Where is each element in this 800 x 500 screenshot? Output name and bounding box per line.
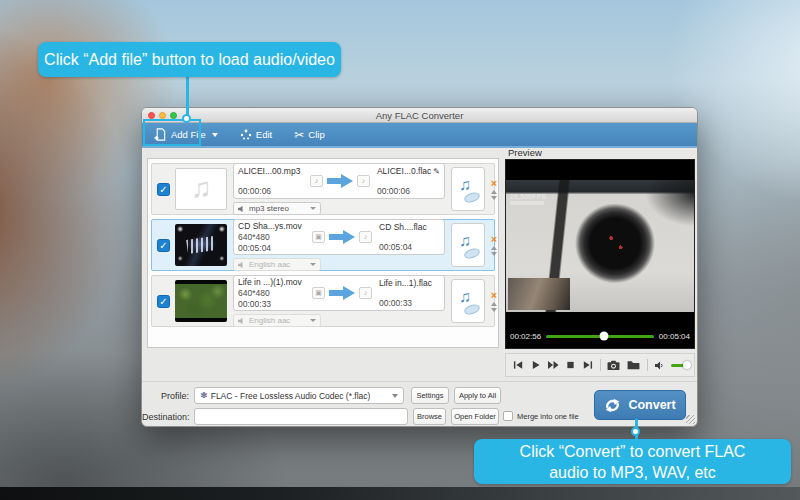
file-thumbnail <box>175 280 227 322</box>
target-file-name: Life in...1).flac <box>379 278 440 288</box>
speaker-icon <box>238 317 246 325</box>
target-file-name: ALICEI...0.flac <box>377 166 431 176</box>
file-checkbox[interactable]: ✓ <box>157 183 170 196</box>
chevron-up-icon[interactable] <box>491 246 497 250</box>
video-inset-picture <box>508 278 570 310</box>
edit-label: Edit <box>256 129 272 140</box>
video-overlay-subtext <box>510 201 544 205</box>
preview-video[interactable]: 28,500FPS 00:02:56 00:05:04 <box>505 159 695 349</box>
callout-connector-line <box>186 77 189 116</box>
source-file-name: CD Sha...ys.mov <box>238 221 312 231</box>
chevron-down-icon <box>310 263 316 266</box>
next-button[interactable] <box>582 360 593 370</box>
callout-anchor-dot <box>631 427 640 436</box>
audio-track-select[interactable]: mp3 stereo <box>233 202 321 215</box>
target-format-icon: ♪ <box>359 287 372 299</box>
chevron-up-icon[interactable] <box>491 190 497 194</box>
callout-anchor-dot <box>182 114 191 123</box>
file-checkbox[interactable]: ✓ <box>157 295 170 308</box>
convert-arrow-icon <box>329 229 355 245</box>
previous-button[interactable] <box>513 360 524 370</box>
music-note-icon: ♫ <box>459 288 471 306</box>
clip-scissors-icon: ✂ <box>294 128 304 142</box>
clip-button[interactable]: ✂ Clip <box>288 123 330 146</box>
file-row[interactable]: ✓ ♫ ALICEI...00.mp3 00:00:06 ♪ ♪ <box>151 163 495 215</box>
open-folder-button[interactable]: Open Folder <box>451 408 499 425</box>
audio-track-select[interactable]: English aac <box>233 258 321 271</box>
fast-forward-button[interactable] <box>547 360 559 370</box>
volume-handle[interactable] <box>683 361 691 369</box>
file-checkbox[interactable]: ✓ <box>157 239 170 252</box>
music-note-icon: ♫ <box>459 176 471 194</box>
rename-pencil-icon[interactable]: ✎ <box>433 167 440 176</box>
remove-file-icon[interactable]: × <box>491 291 497 300</box>
target-duration: 00:05:04 <box>379 242 440 252</box>
row-convert-button[interactable]: ♫ <box>451 167 485 211</box>
destination-label: Destination: <box>142 412 189 422</box>
volume-icon[interactable] <box>655 361 664 370</box>
profile-format-icon: ✻ <box>200 391 207 400</box>
row-convert-button[interactable]: ♫ <box>451 223 485 267</box>
settings-button[interactable]: Settings <box>411 387 449 404</box>
chevron-down-icon[interactable] <box>491 308 497 312</box>
chevron-down-icon[interactable] <box>491 252 497 256</box>
callout-text: Click “Convert” to convert FLAC <box>520 441 746 462</box>
target-duration: 00:00:06 <box>377 186 440 196</box>
profile-select[interactable]: ✻ FLAC - Free Lossless Audio Codec (*.fl… <box>194 387 404 404</box>
titlebar[interactable]: Any FLAC Converter <box>142 108 697 123</box>
snapshot-camera-icon[interactable] <box>607 360 620 371</box>
play-button[interactable] <box>531 360 540 370</box>
apply-to-all-button[interactable]: Apply to All <box>454 387 501 404</box>
row-convert-button[interactable]: ♫ <box>451 279 485 323</box>
destination-input[interactable] <box>194 408 408 425</box>
chevron-down-icon[interactable] <box>212 133 218 137</box>
browse-button[interactable]: Browse <box>413 408 446 425</box>
convert-callout: Click “Convert” to convert FLAC audio to… <box>474 439 791 484</box>
speaker-icon <box>238 261 246 269</box>
target-format-icon: ♪ <box>357 175 370 187</box>
source-format-icon: ♪ <box>310 175 323 187</box>
app-window: Any FLAC Converter Add File Edit <box>141 107 698 427</box>
merge-checkbox[interactable] <box>503 411 513 421</box>
elapsed-time: 00:02:56 <box>510 332 541 341</box>
music-note-icon: ♫ <box>459 232 471 250</box>
desktop-bottom-strip <box>0 487 800 500</box>
source-resolution: 640*480 <box>238 232 312 242</box>
divider <box>142 381 697 382</box>
video-overlay-text: 28,500FPS <box>510 193 546 200</box>
source-file-name: Life in ...)(1).mov <box>238 277 312 287</box>
window-title: Any FLAC Converter <box>142 110 697 121</box>
resize-grip[interactable] <box>686 415 695 424</box>
convert-label: Convert <box>628 398 675 412</box>
chevron-down-icon <box>310 207 316 210</box>
chevron-down-icon <box>310 319 316 322</box>
file-row[interactable]: ✓ Life in ...)(1).mov 640*480 00:00:33 ▣ <box>151 275 495 327</box>
open-snapshot-folder-icon[interactable] <box>627 360 640 370</box>
speaker-icon <box>238 205 246 213</box>
convert-cycle-icon <box>604 398 621 413</box>
audio-track-select[interactable]: English aac <box>233 314 321 327</box>
remove-file-icon[interactable]: × <box>491 235 497 244</box>
target-duration: 00:00:33 <box>379 298 440 308</box>
file-row[interactable]: ✓ CD Sha...ys.mov 640*480 00:05:04 ▣ ♪ <box>151 219 495 271</box>
convert-button[interactable]: Convert <box>594 390 686 420</box>
audio-track-value: mp3 stereo <box>249 204 289 213</box>
chevron-down-icon[interactable] <box>491 196 497 200</box>
audio-track-value: English aac <box>249 316 290 325</box>
video-frame: 28,500FPS <box>506 180 694 312</box>
add-file-callout: Click “Add file” button to load audio/vi… <box>38 42 341 77</box>
chevron-up-icon[interactable] <box>491 302 497 306</box>
seek-handle[interactable] <box>600 332 609 341</box>
chevron-down-icon <box>392 394 398 398</box>
music-note-icon: ♫ <box>191 172 212 204</box>
seek-bar[interactable] <box>546 335 654 338</box>
stop-button[interactable] <box>566 360 575 370</box>
target-file-name: CD Sh....flac <box>379 222 440 232</box>
merge-option[interactable]: Merge into one file <box>503 411 579 421</box>
volume-slider[interactable] <box>671 364 687 367</box>
merge-label: Merge into one file <box>517 412 579 421</box>
preview-label: Preview <box>508 147 542 158</box>
callout-text: audio to MP3, WAV, etc <box>549 462 716 483</box>
edit-button[interactable]: Edit <box>234 123 278 146</box>
remove-file-icon[interactable]: × <box>491 179 497 188</box>
